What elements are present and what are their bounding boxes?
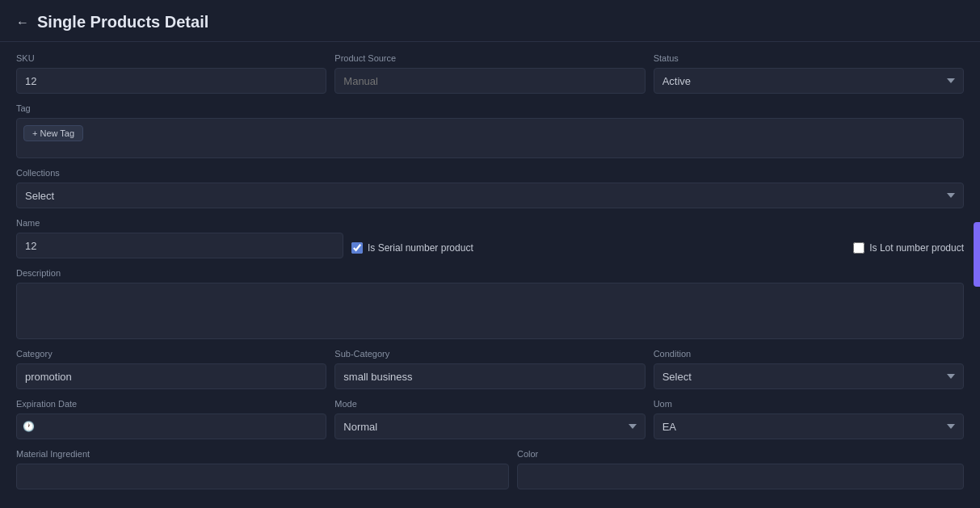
serial-checkbox[interactable] bbox=[351, 242, 363, 254]
field-sku: SKU bbox=[16, 53, 326, 94]
row-name-checkboxes: Name Is Serial number product Is Lot num… bbox=[16, 218, 964, 258]
tag-label: Tag bbox=[16, 103, 964, 113]
lot-checkbox[interactable] bbox=[853, 242, 864, 254]
product-source-input[interactable] bbox=[334, 68, 645, 94]
field-tag: Tag + New Tag bbox=[16, 103, 964, 158]
subcategory-label: Sub-Category bbox=[334, 349, 645, 359]
calendar-icon: 🕐 bbox=[23, 421, 35, 432]
collections-select[interactable]: Select bbox=[16, 183, 964, 208]
serial-label: Is Serial number product bbox=[368, 242, 473, 254]
color-label: Color bbox=[517, 449, 964, 459]
field-name: Name bbox=[16, 218, 343, 258]
serial-checkbox-wrap: Is Serial number product bbox=[351, 242, 473, 258]
field-product-source: Product Source bbox=[334, 53, 645, 94]
sku-input[interactable] bbox=[16, 68, 326, 94]
name-input[interactable] bbox=[16, 233, 343, 258]
uom-label: Uom bbox=[654, 399, 964, 409]
row-material-color: Material Ingredient Color bbox=[16, 449, 964, 489]
side-accent bbox=[974, 222, 980, 287]
condition-select[interactable]: Select bbox=[654, 363, 964, 389]
status-select[interactable]: Active bbox=[654, 68, 964, 94]
mode-select[interactable]: Normal bbox=[334, 414, 645, 439]
description-textarea[interactable] bbox=[16, 283, 964, 339]
field-material: Material Ingredient bbox=[16, 449, 509, 489]
field-collections: Collections Select bbox=[16, 168, 964, 208]
field-uom: Uom EA bbox=[654, 399, 964, 439]
page-header: ← Single Products Detail bbox=[0, 0, 980, 42]
field-condition: Condition Select bbox=[654, 349, 964, 389]
field-description: Description bbox=[16, 268, 964, 339]
uom-select[interactable]: EA bbox=[654, 414, 964, 439]
product-source-label: Product Source bbox=[334, 53, 645, 63]
expiration-input[interactable] bbox=[16, 414, 326, 439]
date-input-wrap: 🕐 bbox=[16, 414, 326, 439]
category-label: Category bbox=[16, 349, 326, 359]
description-label: Description bbox=[16, 268, 964, 278]
page-title: Single Products Detail bbox=[37, 13, 208, 31]
lot-label: Is Lot number product bbox=[869, 242, 964, 254]
expiration-label: Expiration Date bbox=[16, 399, 326, 409]
field-color: Color bbox=[517, 449, 964, 489]
subcategory-input[interactable] bbox=[334, 363, 645, 389]
field-category: Category bbox=[16, 349, 326, 389]
category-input[interactable] bbox=[16, 363, 326, 389]
field-subcategory: Sub-Category bbox=[334, 349, 645, 389]
row-sku-source-status: SKU Product Source Status Active bbox=[16, 53, 964, 94]
material-label: Material Ingredient bbox=[16, 449, 509, 459]
sku-label: SKU bbox=[16, 53, 326, 63]
condition-label: Condition bbox=[654, 349, 964, 359]
mode-label: Mode bbox=[334, 399, 645, 409]
new-tag-button[interactable]: + New Tag bbox=[23, 125, 83, 141]
tag-area: + New Tag bbox=[16, 118, 964, 158]
back-button[interactable]: ← bbox=[16, 15, 29, 30]
row-category: Category Sub-Category Condition Select bbox=[16, 349, 964, 389]
field-status: Status Active bbox=[654, 53, 964, 94]
field-expiration-date: Expiration Date 🕐 bbox=[16, 399, 326, 439]
field-mode: Mode Normal bbox=[334, 399, 645, 439]
row-expiry-mode-uom: Expiration Date 🕐 Mode Normal Uom EA bbox=[16, 399, 964, 439]
material-input[interactable] bbox=[16, 464, 509, 489]
color-input[interactable] bbox=[517, 464, 964, 489]
name-label: Name bbox=[16, 218, 343, 228]
lot-checkbox-wrap: Is Lot number product bbox=[853, 242, 964, 258]
form-content: SKU Product Source Status Active Tag + N… bbox=[0, 42, 980, 492]
status-label: Status bbox=[654, 53, 964, 63]
collections-label: Collections bbox=[16, 168, 964, 178]
